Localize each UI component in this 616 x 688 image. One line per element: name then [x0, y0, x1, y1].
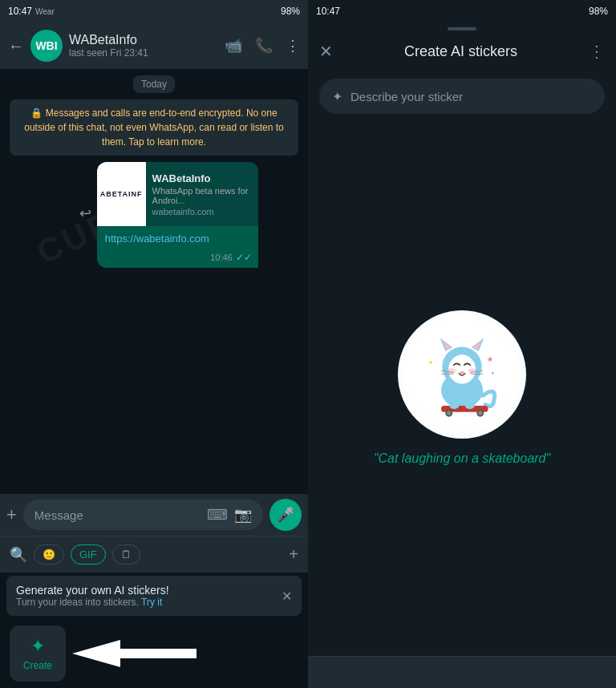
link-url[interactable]: https://wabetainfo.com	[105, 233, 209, 245]
attach-icon[interactable]: +	[6, 504, 17, 525]
create-sticker-area: ✦ Create	[0, 619, 308, 688]
emoji-bar: 🔍 🙂 GIF 🗒 +	[0, 536, 308, 573]
status-time-left: 10:47 Wear	[8, 6, 55, 17]
svg-point-11	[460, 371, 464, 374]
battery-left: 98%	[281, 6, 300, 17]
link-desc: WhatsApp beta news for Androi...	[152, 186, 252, 205]
time-right: 10:47	[316, 6, 340, 17]
arrow-indicator	[72, 633, 201, 674]
keyboard-icon[interactable]: ⌨	[207, 506, 228, 524]
more-options-icon[interactable]: ⋮	[286, 37, 300, 55]
sticker-caption: "Cat laughing on a skateboard"	[374, 451, 550, 466]
system-message[interactable]: 🔒 Messages and calls are end-to-end encr…	[10, 99, 298, 156]
svg-text:★: ★	[487, 355, 493, 363]
link-domain: wabetainfo.com	[152, 207, 252, 217]
status-bar-right: 10:47 98%	[308, 0, 616, 22]
message-bubble[interactable]: ABETAINF WABetaInfo WhatsApp beta news f…	[97, 162, 258, 268]
svg-point-25	[464, 401, 475, 409]
status-bar-left: 10:47 Wear 98%	[0, 0, 308, 22]
right-panel-bottom	[308, 656, 616, 688]
chat-header-icons: 📹 📞 ⋮	[225, 37, 300, 55]
mic-button[interactable]: 🎤	[270, 499, 302, 531]
ai-banner-title: Generate your own AI stickers!	[16, 584, 275, 597]
left-panel: 10:47 Wear 98% ← WBI WABetaInfo last see…	[0, 0, 308, 688]
panel-title: Create AI stickers	[342, 43, 579, 60]
link-info: WABetaInfo WhatsApp beta news for Androi…	[146, 162, 258, 226]
create-sticker-label: Create	[23, 660, 52, 671]
svg-text:★: ★	[428, 359, 433, 365]
contact-avatar: WBI	[30, 30, 63, 62]
search-placeholder: Describe your sticker	[351, 90, 463, 103]
emoji-tab-gif[interactable]: GIF	[71, 544, 106, 565]
svg-point-24	[449, 401, 460, 409]
describe-sticker-input[interactable]: ✦ Describe your sticker	[319, 79, 605, 114]
ai-banner-close-button[interactable]: ✕	[282, 589, 292, 604]
chat-header: ← WBI WABetaInfo last seen Fri 23:41 📹 📞…	[0, 22, 308, 69]
emoji-add-icon[interactable]: +	[289, 545, 298, 564]
create-sticker-button[interactable]: ✦ Create	[10, 625, 66, 682]
close-panel-button[interactable]: ✕	[319, 42, 333, 61]
sticker-image-container: ★ ★ ✦	[398, 310, 526, 439]
message-placeholder: Message	[34, 508, 201, 522]
panel-more-button[interactable]: ⋮	[589, 42, 605, 61]
mic-icon: 🎤	[277, 506, 294, 524]
time-left: 10:47	[8, 6, 32, 17]
sparkle-icon: ✦	[332, 89, 342, 104]
svg-marker-0	[72, 640, 120, 667]
contact-last-seen: last seen Fri 23:41	[69, 47, 218, 59]
message-time: 10:46	[210, 253, 233, 262]
link-preview: ABETAINF WABetaInfo WhatsApp beta news f…	[97, 162, 258, 226]
reply-icon[interactable]: ↩	[79, 204, 91, 222]
camera-icon[interactable]: 📷	[234, 506, 252, 524]
svg-text:✦: ✦	[491, 370, 494, 375]
ai-banner-try-link[interactable]: Try it	[141, 597, 162, 608]
svg-point-10	[468, 368, 476, 374]
emoji-tab-sticker[interactable]: 🗒	[112, 544, 140, 565]
emoji-tab-smiley[interactable]: 🙂	[34, 544, 64, 565]
link-title: WABetaInfo	[152, 172, 252, 184]
message-footer: 10:46 ✓✓	[97, 250, 258, 268]
ai-banner-text: Generate your own AI stickers! Turn your…	[16, 584, 275, 608]
date-chip: Today	[133, 75, 175, 93]
status-icons-right: 98%	[589, 6, 608, 17]
back-button[interactable]: ←	[8, 37, 24, 55]
chat-body: CURBETA Today 🔒 Messages and calls are e…	[0, 69, 308, 494]
contact-info[interactable]: WABetaInfo last seen Fri 23:41	[69, 33, 218, 59]
message-ticks: ✓✓	[236, 252, 252, 263]
input-field-icons: ⌨ 📷	[207, 506, 252, 524]
input-bar: + Message ⌨ 📷 🎤	[0, 494, 308, 536]
create-sticker-sparkle-icon: ✦	[30, 636, 45, 657]
message-input[interactable]: Message ⌨ 📷	[23, 500, 263, 530]
svg-point-18	[447, 411, 451, 415]
status-icons-left: 98%	[281, 6, 300, 17]
link-url-row: https://wabetainfo.com	[97, 226, 258, 250]
voice-call-icon[interactable]: 📞	[255, 37, 273, 55]
emoji-search-icon[interactable]: 🔍	[10, 546, 27, 564]
battery-right: 98%	[589, 6, 608, 17]
link-image: ABETAINF	[97, 162, 146, 226]
video-call-icon[interactable]: 📹	[225, 37, 242, 55]
sticker-preview-area: CURBETA	[308, 120, 616, 656]
ai-banner-subtitle: Turn your ideas into stickers. Try it	[16, 597, 275, 608]
right-panel-header: ✕ Create AI stickers ⋮	[308, 30, 616, 72]
right-panel: 10:47 98% ✕ Create AI stickers ⋮ ✦ Descr…	[308, 0, 616, 688]
message-container: ↩ ABETAINF WABetaInfo WhatsApp beta news…	[97, 162, 298, 268]
ai-stickers-banner: Generate your own AI stickers! Turn your…	[6, 576, 302, 616]
wear-label-left: Wear	[35, 7, 55, 16]
svg-point-20	[478, 411, 482, 415]
svg-point-9	[448, 368, 456, 374]
contact-name: WABetaInfo	[69, 33, 218, 47]
cat-sticker-svg: ★ ★ ✦	[410, 322, 514, 427]
svg-rect-1	[116, 649, 197, 658]
